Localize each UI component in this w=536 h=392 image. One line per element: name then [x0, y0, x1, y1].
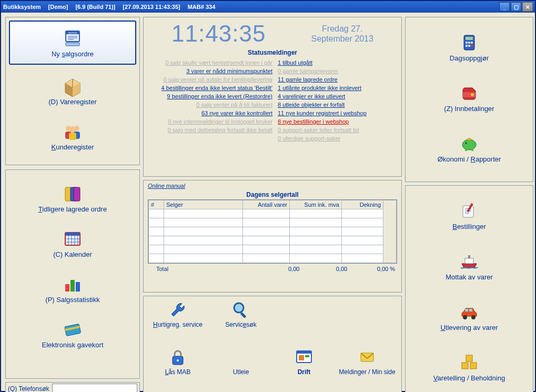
note-pen-icon [459, 200, 480, 222]
svg-rect-39 [297, 351, 311, 354]
svg-rect-35 [240, 312, 246, 318]
new-sales-order-label: Ny salgsordre [52, 50, 94, 58]
table-row[interactable] [149, 245, 397, 254]
giftcard-button[interactable]: Elektronisk gavekort [6, 311, 139, 356]
messages-button[interactable]: Meldinger / Min side [336, 347, 398, 392]
status-link[interactable]: 3 varer er nådd minimumspunktet [149, 68, 272, 74]
status-link[interactable]: 1 utlånte produkter ikke innlevert [278, 85, 396, 91]
right-primary-panel: Dagsoppgjør (Z) Innbetalinger Økonomi / … [405, 17, 533, 182]
status-link[interactable]: 63 nye varer ikke kontrollert [149, 110, 272, 116]
titlebar: Butikksystem [Demo] [6.9 (Build 71)] [27… [1, 1, 535, 13]
wallet-icon [459, 83, 480, 104]
svg-rect-31 [76, 282, 80, 292]
status-link[interactable]: 1 tilbud utgått [278, 59, 396, 66]
status-link[interactable]: 0 nye internmeldinger til innlogget bruk… [149, 118, 272, 125]
seller-table: # Selger Antall varer Sum ink. mva Dekni… [148, 199, 397, 264]
status-link[interactable]: 0 uferdige support-saker [278, 135, 396, 142]
status-link[interactable]: 9 bestillinger enda ikke levert (Restord… [149, 93, 272, 99]
rental-button[interactable]: Utleie [210, 347, 272, 392]
status-link[interactable]: 11 nye kunder registrert i webshop [278, 110, 396, 116]
table-row[interactable] [149, 254, 397, 263]
table-row[interactable] [149, 209, 397, 218]
item-register-button[interactable]: (D) Vareregister [6, 68, 139, 113]
table-scrollbar[interactable] [383, 200, 397, 263]
status-link[interactable]: 0 support-saker teller fortsatt tid [278, 127, 396, 133]
svg-point-77 [471, 315, 476, 319]
invoice-icon: INVOICE [62, 28, 83, 49]
online-manual-link[interactable]: Online manual [144, 180, 189, 191]
status-link[interactable]: 8 nye bestillinger i webshop [278, 118, 396, 125]
boxes-icon [459, 352, 480, 373]
receive-goods-button[interactable]: Mottak av varer [406, 240, 533, 291]
status-link[interactable]: 11 gamle lagrede ordre [278, 76, 396, 83]
lock-button[interactable]: Lås MAB [147, 347, 209, 392]
orders-label: Bestillinger [452, 223, 486, 230]
phone-search-input[interactable] [52, 384, 137, 392]
status-link[interactable]: 0 salg med delbetaling fortsatt ikke bet… [149, 127, 272, 133]
svg-point-58 [466, 45, 468, 47]
col-qty[interactable]: Antall varer [243, 200, 290, 209]
status-header: Statusmeldinger [144, 49, 401, 56]
people-icon [62, 121, 83, 142]
status-panel: 11:43:35 Fredag 27. September 2013 Statu… [143, 17, 402, 177]
svg-rect-78 [465, 309, 468, 311]
customer-register-button[interactable]: Kunderegister [6, 113, 139, 158]
day-closing-button[interactable]: Dagsoppgjør [406, 22, 533, 72]
ship-icon [459, 251, 480, 272]
stocktake-button[interactable]: Varetelling / Beholdning [406, 341, 533, 392]
payments-button[interactable]: (Z) Innbetalinger [406, 72, 533, 123]
seller-panel: Online manual Dagens selgertall # Selger… [143, 180, 402, 293]
phone-search-label: (Q) Telefonsøk [8, 385, 49, 392]
col-seller[interactable]: Selger [164, 200, 243, 209]
total-qty: 0,00 [252, 266, 300, 272]
status-link[interactable]: 4 bestillinger enda ikke levert status '… [149, 85, 272, 91]
left-secondary-panel: Tidligere lagrede ordre (C) Kalender (P)… [5, 169, 140, 379]
col-cov[interactable]: Dekning [342, 200, 383, 209]
svg-rect-75 [468, 255, 470, 258]
svg-point-55 [466, 42, 468, 44]
piggy-icon [459, 133, 480, 154]
calendar-button[interactable]: (C) Kalender [6, 220, 139, 266]
svg-rect-30 [70, 280, 75, 292]
table-row[interactable] [149, 218, 397, 227]
status-link[interactable]: 0 salg venter på avtale for henting/leve… [149, 76, 272, 83]
sales-stats-label: (P) Salgsstatistikk [45, 296, 99, 304]
status-link[interactable]: 8 utleide objekter er forfalt [278, 102, 396, 108]
status-link[interactable]: 0 gamle kampanjevarer [278, 68, 396, 74]
rental-icon [230, 347, 251, 368]
sales-stats-button[interactable]: (P) Salgsstatistikk [6, 266, 139, 311]
table-row[interactable] [149, 236, 397, 245]
service-reg-button[interactable]: Hurtigreg. service [147, 299, 209, 346]
status-link[interactable]: 4 varelinjer er ikke utlevert [278, 93, 396, 99]
table-row[interactable] [149, 227, 397, 236]
main-window: Butikksystem [Demo] [6.9 (Build 71)] [27… [0, 0, 536, 392]
svg-rect-17 [69, 133, 76, 140]
col-num[interactable]: # [149, 200, 164, 209]
status-left-column: 0 salg skulle vært hentet/sendt innen i … [149, 58, 272, 143]
deliver-goods-button[interactable]: Utlevering av varer [406, 291, 533, 341]
minimize-button[interactable]: _ [499, 2, 510, 12]
svg-point-60 [471, 45, 473, 47]
magnifier-icon [230, 299, 251, 320]
service-search-button[interactable]: Servicesøk [210, 299, 272, 346]
box-icon [62, 76, 83, 97]
date-display: Fredag 27. September 2013 [311, 24, 373, 44]
svg-rect-65 [474, 144, 477, 145]
deliver-goods-label: Utlevering av varer [440, 324, 498, 331]
orders-button[interactable]: Bestillinger [406, 190, 533, 240]
status-link[interactable]: 0 salg venter på å bli fakturert [149, 102, 272, 108]
saved-orders-button[interactable]: Tidligere lagrede ordre [6, 175, 139, 220]
right-secondary-panel: Bestillinger Mottak av varer Utlevering … [405, 185, 533, 392]
new-sales-order-button[interactable]: INVOICE Ny salgsordre [9, 21, 136, 65]
svg-point-76 [463, 315, 467, 319]
maximize-button[interactable]: ▢ [511, 2, 521, 12]
service-reg-label: Hurtigreg. service [153, 321, 203, 328]
svg-point-37 [177, 359, 179, 361]
status-link[interactable]: 0 salg skulle vært hentet/sendt innen i … [149, 59, 272, 66]
drift-button[interactable]: Drift [273, 347, 335, 392]
col-sum[interactable]: Sum ink. mva [290, 200, 342, 209]
economy-button[interactable]: Økonomi / Rapporter [406, 123, 533, 173]
svg-rect-79 [469, 309, 472, 311]
close-button[interactable]: ✕ [522, 2, 533, 12]
svg-rect-41 [305, 355, 309, 357]
